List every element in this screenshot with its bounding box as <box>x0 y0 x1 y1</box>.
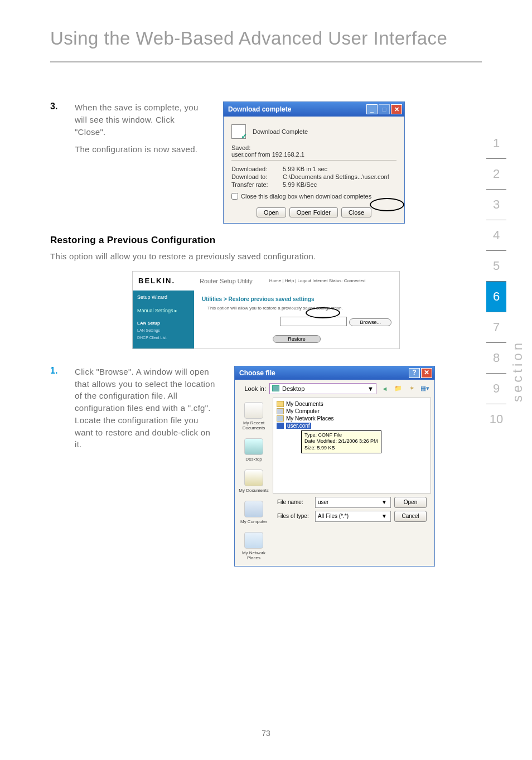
filetype-select[interactable]: All Files (*.*)▼ <box>315 511 391 522</box>
nav-10[interactable]: 10 <box>486 404 506 434</box>
nav-8[interactable]: 8 <box>486 343 506 374</box>
lookin-select[interactable]: Desktop ▼ <box>269 383 376 394</box>
close-when-complete-label: Close this dialog box when download comp… <box>241 193 371 200</box>
lookin-value: Desktop <box>282 385 304 392</box>
nav-5[interactable]: 5 <box>486 251 506 282</box>
step3-p2: The configuration is now saved. <box>75 143 206 156</box>
rate-k: Transfer rate: <box>231 181 283 188</box>
place-desktop[interactable]: Desktop <box>235 436 273 467</box>
router-utility-title: Router Setup Utility <box>200 278 253 284</box>
step3-text: When the save is complete, you will see … <box>75 101 206 156</box>
nav-2[interactable]: 2 <box>486 159 506 190</box>
file-open-button[interactable]: Open <box>394 497 427 508</box>
close-x-button[interactable]: ✕ <box>391 104 402 114</box>
filename-label: File name: <box>277 499 312 505</box>
desktop-icon <box>272 385 279 391</box>
step1-number: 1. <box>50 366 64 451</box>
choose-close-button[interactable]: ✕ <box>421 368 432 378</box>
rate-v: 5.99 KB/Sec <box>283 181 317 188</box>
up-icon[interactable]: 📁 <box>393 384 403 394</box>
saved-value: user.conf from 192.168.2.1 <box>231 151 396 158</box>
router-file-input[interactable] <box>280 317 347 326</box>
choose-title: Choose file <box>239 369 275 377</box>
file-tooltip: Type: CONF File Date Modified: 2/1/2006 … <box>301 430 381 453</box>
downloaded-k: Downloaded: <box>231 166 283 172</box>
close-button[interactable]: Close <box>341 207 371 217</box>
router-logo: BELKIN. <box>133 272 194 291</box>
nav-4[interactable]: 4 <box>486 220 506 251</box>
nav-7[interactable]: 7 <box>486 312 506 343</box>
router-sidebar: Setup Wizard Manual Settings ▸ LAN Setup… <box>133 291 194 348</box>
open-folder-button[interactable]: Open Folder <box>289 207 338 217</box>
router-subtext: This option will allow you to restore a … <box>207 306 391 311</box>
page-number: 73 <box>0 729 532 738</box>
dialog-heading: Download Complete <box>253 128 308 135</box>
list-item-selected: user.conf <box>277 422 427 429</box>
router-breadcrumb: Utilities > Restore previous saved setti… <box>202 296 391 302</box>
choose-file-dialog: Choose file ? ✕ Look in: Desktop ▼ ◄ 📁 ✶… <box>234 366 435 567</box>
router-restore-button[interactable]: Restore <box>273 335 321 343</box>
download-complete-icon <box>231 124 246 139</box>
side-nav: 1 2 3 4 5 6 7 8 9 10 <box>486 128 506 434</box>
sidebar-item-manual[interactable]: Manual Settings ▸ <box>133 304 194 317</box>
page-title: Using the Web-Based Advanced User Interf… <box>0 0 532 55</box>
file-list[interactable]: My Documents My Computer My Network Plac… <box>273 398 431 493</box>
router-browse-button[interactable]: Browse... <box>349 318 391 326</box>
place-network[interactable]: My Network Places <box>235 530 273 566</box>
help-button[interactable]: ? <box>409 368 420 378</box>
filetype-label: Files of type: <box>277 513 312 519</box>
section-label: section <box>510 340 525 402</box>
open-button[interactable]: Open <box>257 207 286 217</box>
minimize-button[interactable]: _ <box>366 104 378 114</box>
step3-p1: When the save is complete, you will see … <box>75 101 206 138</box>
restoring-heading: Restoring a Previous Configuration <box>50 235 482 246</box>
step3-number: 3. <box>50 101 64 156</box>
sidebar-item-wizard[interactable]: Setup Wizard <box>133 291 194 304</box>
places-bar: My Recent Documents Desktop My Documents… <box>235 398 273 566</box>
close-when-complete-checkbox[interactable] <box>231 193 238 200</box>
step1-section: 1. Click "Browse". A window will open th… <box>0 349 532 567</box>
list-item: My Network Places <box>277 415 427 422</box>
saved-label: Saved: <box>231 144 396 151</box>
nav-3[interactable]: 3 <box>486 190 506 220</box>
filename-input[interactable]: user▼ <box>315 497 391 508</box>
nav-6[interactable]: 6 <box>486 282 506 312</box>
sidebar-dhcp-list[interactable]: DHCP Client List <box>133 334 194 341</box>
restoring-text: This option will allow you to restore a … <box>50 250 482 263</box>
maximize-button[interactable]: □ <box>379 104 390 114</box>
file-cancel-button[interactable]: Cancel <box>394 511 427 522</box>
router-header-links[interactable]: Home | Help | Logout Internet Status: Co… <box>269 278 366 283</box>
place-mycomputer[interactable]: My Computer <box>235 498 273 530</box>
nav-9[interactable]: 9 <box>486 374 506 404</box>
downloadto-v: C:\Documents and Settings...\user.conf <box>283 173 389 180</box>
download-grid: Downloaded:5.99 KB in 1 sec Download to:… <box>231 165 396 188</box>
dialog-title: Download complete <box>228 105 365 113</box>
dialog-titlebar[interactable]: Download complete _ □ ✕ <box>224 102 404 117</box>
list-item: My Computer <box>277 408 427 415</box>
sidebar-lan-head: LAN Setup <box>133 317 194 327</box>
views-icon[interactable]: ▦▾ <box>420 384 430 394</box>
restoring-section: Restoring a Previous Configuration This … <box>0 224 532 349</box>
download-complete-dialog: Download complete _ □ ✕ Download Complet… <box>223 101 405 224</box>
nav-1[interactable]: 1 <box>486 128 506 159</box>
list-item: My Documents <box>277 400 427 408</box>
place-mydocs[interactable]: My Documents <box>235 467 273 498</box>
back-icon[interactable]: ◄ <box>380 384 390 394</box>
lookin-label: Look in: <box>239 385 266 392</box>
step1-text: Click "Browse". A window will open that … <box>75 366 217 451</box>
downloaded-v: 5.99 KB in 1 sec <box>283 166 327 172</box>
choose-titlebar[interactable]: Choose file ? ✕ <box>235 366 434 380</box>
downloadto-k: Download to: <box>231 173 283 180</box>
newfolder-icon[interactable]: ✶ <box>407 384 417 394</box>
router-ui-screenshot: BELKIN. Router Setup Utility Home | Help… <box>132 271 400 349</box>
place-recent[interactable]: My Recent Documents <box>235 400 273 436</box>
sidebar-lan-settings[interactable]: LAN Settings <box>133 327 194 334</box>
step3-section: 3. When the save is complete, you will s… <box>0 62 532 224</box>
